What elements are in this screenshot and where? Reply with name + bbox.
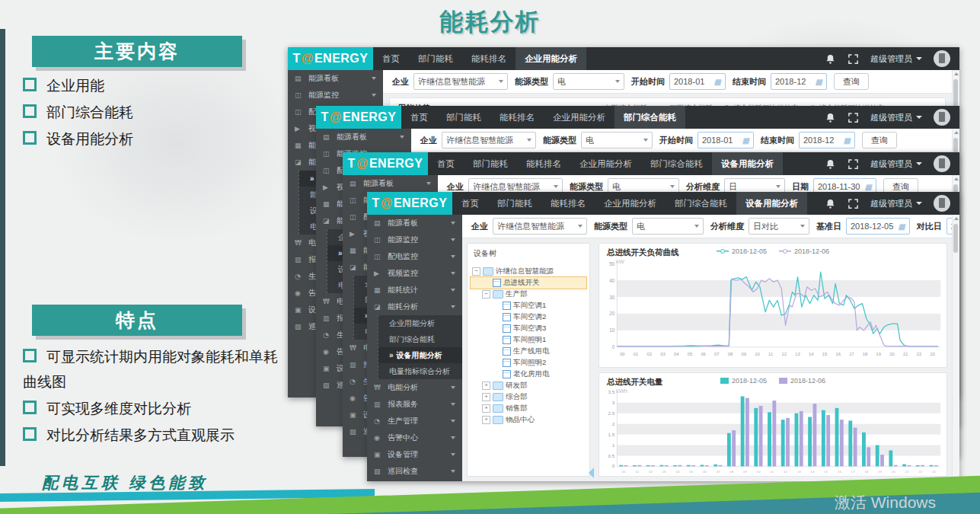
nav-tab[interactable]: 设备用能分析 (736, 192, 807, 215)
tree-node[interactable]: 生产线用电 (471, 346, 586, 357)
tree-node[interactable]: 车间照明1 (471, 334, 586, 346)
nav-tab[interactable]: 能耗排名 (517, 152, 570, 175)
bell-icon[interactable] (825, 158, 836, 170)
sidebar-item[interactable]: ▧巡回检查 (367, 463, 462, 480)
tree-node[interactable]: −生产部 (471, 289, 586, 300)
sidebar-item[interactable]: ▤能源看板 (343, 175, 438, 192)
filter-field[interactable]: 分析维度日对比 (710, 218, 809, 235)
sidebar-subitem[interactable]: 电量指标综合分析 (378, 363, 462, 379)
fullscreen-icon[interactable] (848, 53, 859, 65)
bell-icon[interactable] (825, 198, 836, 209)
tree-expander-icon[interactable]: + (482, 404, 490, 413)
sidebar-item[interactable]: ◫能源监控 (367, 231, 462, 248)
user-menu[interactable]: 超级管理员 (870, 158, 922, 170)
nav-tab[interactable]: 首页 (401, 106, 437, 129)
nav-tab[interactable]: 首页 (373, 47, 409, 70)
tree-node[interactable]: 车间空调2 (471, 311, 586, 323)
nav-tab[interactable]: 首页 (428, 152, 464, 175)
sidebar-item[interactable]: ◫配电监控 (367, 248, 462, 265)
chevron-down-icon (451, 470, 455, 473)
tree-expander-icon[interactable]: + (482, 416, 490, 424)
filter-field[interactable]: 结束时间2018-12 (733, 73, 827, 90)
nav-tab[interactable]: 部门综合能耗 (614, 106, 685, 129)
fullscreen-icon[interactable] (848, 158, 859, 170)
scrollbar[interactable] (952, 215, 959, 481)
filter-field[interactable]: 能源类型电 (515, 73, 624, 90)
nav-tab[interactable]: 部门能耗 (437, 106, 490, 129)
sidebar-item[interactable]: ▶视频监控 (367, 265, 462, 282)
tree-expander-icon[interactable]: − (472, 267, 480, 276)
sidebar-item[interactable]: ◉告警中心 (367, 429, 462, 446)
sidebar-item[interactable]: ▤能源看板 (316, 129, 411, 145)
sidebar-item[interactable]: ▤能源看板 (288, 70, 383, 87)
tree-node[interactable]: +物品中心 (471, 414, 586, 426)
sidebar-subitem[interactable]: 企业用能分析 (378, 315, 462, 331)
sidebar-item[interactable]: ◫能源监控 (288, 87, 383, 104)
nav-tab[interactable]: 部门能耗 (464, 152, 517, 175)
scroll-up-icon[interactable] (954, 217, 959, 220)
scroll-up-icon[interactable] (954, 177, 959, 180)
nav-tab[interactable]: 首页 (452, 192, 488, 215)
nav-tab[interactable]: 企业用能分析 (595, 192, 666, 215)
sidebar-item[interactable]: ₩电能分析 (367, 379, 462, 396)
user-menu[interactable]: 超级管理员 (870, 53, 922, 65)
scroll-up-icon[interactable] (954, 131, 959, 134)
scroll-up-icon[interactable] (954, 72, 959, 75)
sidebar-item-icon: ◫ (323, 167, 331, 174)
tree-node[interactable]: −许继信息智慧能源 (471, 266, 586, 277)
filter-field[interactable]: 对比日2018-12-06 (917, 218, 952, 235)
nav-tab[interactable]: 能耗排名 (490, 106, 544, 129)
nav-tab[interactable]: 部门能耗 (409, 47, 462, 70)
tree-expander-icon[interactable]: + (482, 382, 490, 390)
filter-field[interactable]: 企业许继信息智慧能源 (471, 218, 587, 235)
nav-tab[interactable]: 能耗排名 (541, 192, 595, 215)
filter-field[interactable]: 能源类型电 (543, 132, 653, 148)
fullscreen-icon[interactable] (848, 112, 859, 123)
tree-node[interactable]: 车间空调1 (471, 300, 586, 311)
tree-node[interactable]: +研发部 (471, 380, 586, 391)
filter-field[interactable]: 企业许继信息智慧能源 (392, 73, 508, 90)
user-menu[interactable]: 超级管理员 (870, 198, 922, 209)
tree-node[interactable]: 总进线开关 (471, 277, 586, 289)
tree-expander-icon[interactable]: − (482, 290, 490, 299)
bell-icon[interactable] (825, 112, 836, 123)
filter-field[interactable]: 基准日2018-12-05 (816, 218, 910, 235)
filter-field[interactable]: 结束时间2018-12 (761, 132, 855, 148)
sidebar-item[interactable]: ▤能源看板 (367, 215, 462, 231)
scroll-thumb[interactable] (953, 79, 958, 108)
tree-node[interactable]: +销售部 (471, 403, 586, 414)
nav-tab[interactable]: 部门综合能耗 (666, 192, 736, 215)
query-button[interactable]: 查询 (862, 132, 897, 148)
query-button[interactable]: 查询 (834, 73, 869, 90)
sidebar-item-icon: ▦ (350, 247, 358, 254)
sidebar-item[interactable]: ◔生产管理 (367, 413, 462, 429)
nav-tab[interactable]: 企业用能分析 (516, 47, 586, 70)
filter-field[interactable]: 能源类型电 (594, 218, 704, 235)
sidebar-item[interactable]: ◪能耗分析 (367, 299, 462, 315)
nav-tab[interactable]: 企业用能分析 (570, 152, 641, 175)
fullscreen-icon[interactable] (848, 198, 859, 209)
filter-field[interactable]: 开始时间2018-01 (659, 132, 754, 148)
sidebar-subitem[interactable]: 部门综合能耗 (378, 331, 462, 347)
tree-node[interactable]: 车间空调3 (471, 323, 586, 334)
tree-expander-icon[interactable]: + (482, 393, 490, 401)
sidebar-item[interactable]: ▣设备管理 (367, 446, 462, 463)
user-menu[interactable]: 超级管理员 (870, 112, 922, 123)
tree-node[interactable]: 老化房用电 (471, 369, 586, 380)
collapse-handle-icon[interactable] (589, 468, 594, 478)
nav-tab[interactable]: 企业用能分析 (544, 106, 614, 129)
scroll-thumb[interactable] (953, 224, 958, 253)
nav-tab[interactable]: 能耗排名 (462, 47, 516, 70)
sidebar-item[interactable]: ▦能耗统计 (367, 282, 462, 299)
sidebar-subitem[interactable]: 设备用能分析 (378, 347, 462, 363)
tree-node[interactable]: +综合部 (471, 391, 586, 403)
tree-node-icon (493, 279, 501, 287)
tree-node[interactable]: 车间照明2 (471, 357, 586, 369)
bell-icon[interactable] (825, 53, 836, 65)
filter-field[interactable]: 开始时间2018-01 (631, 73, 726, 90)
nav-tab[interactable]: 部门能耗 (488, 192, 541, 215)
nav-tab[interactable]: 设备用能分析 (712, 152, 783, 175)
nav-tab[interactable]: 部门综合能耗 (641, 152, 712, 175)
sidebar-item[interactable]: ▥报表服务 (367, 396, 462, 413)
filter-field[interactable]: 企业许继信息智慧能源 (420, 132, 536, 148)
